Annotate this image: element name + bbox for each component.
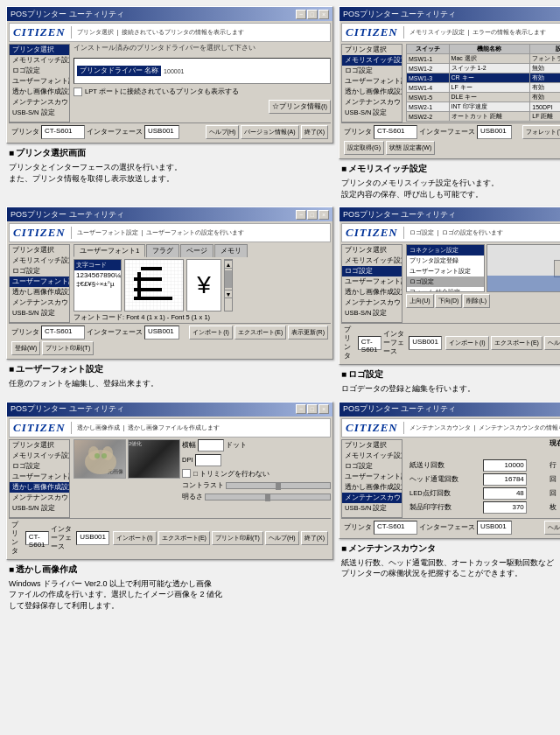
reset-btn[interactable]: フォレット(T)	[522, 125, 560, 139]
export-btn-logo[interactable]: エクスポート(E)	[491, 336, 542, 350]
nav-wm-font[interactable]: 透かし画像作成設定	[10, 287, 69, 298]
nav-maintenance[interactable]: メンテナンスカウンタ	[10, 97, 69, 108]
scroll-up[interactable]: ▲	[224, 260, 233, 269]
nav-wm-maint[interactable]: 透かし画像作成設定	[342, 482, 402, 493]
nav-usb-font[interactable]: USB-S/N 設定	[10, 308, 69, 318]
help-btn-maint[interactable]: ヘルプ(H)	[544, 521, 560, 535]
logo-list-item4[interactable]: フォーム 結合設定	[407, 287, 484, 292]
print-btn-font[interactable]: プリント印刷(T)	[42, 341, 94, 355]
nav-ms-logo[interactable]: メモリスイッチ設定	[342, 256, 402, 266]
tab-memory[interactable]: メモリ	[214, 244, 248, 257]
table-row[interactable]: MSW1-2スイッチ 1-2無効無効	[406, 64, 560, 74]
nav-mc-logo[interactable]: メンテナンスカウンタ	[342, 298, 402, 308]
min-btn-font[interactable]: −	[296, 210, 306, 220]
nav-wm-logo[interactable]: 透かし画像作成設定	[342, 287, 402, 298]
install-checkbox[interactable]	[74, 88, 82, 96]
help-btn[interactable]: ヘルプ(H)	[206, 125, 240, 139]
table-row[interactable]: MSW1-1Mac 選択フォントラインフォントライン	[406, 54, 560, 64]
nav-user-font[interactable]: ユーザーフォント設定	[10, 76, 69, 87]
contrast-thumb[interactable]	[276, 483, 281, 490]
table-row[interactable]: MSW2-1INT 印字速度150DPI150DPI	[406, 102, 560, 112]
nav-usb[interactable]: USB-S/N 設定	[10, 108, 69, 118]
nav-uf-maint[interactable]: ユーザーフォント設定	[342, 472, 402, 482]
max-btn-font[interactable]: □	[307, 210, 318, 220]
max-btn-wm[interactable]: □	[307, 404, 318, 414]
nav-ps-maint[interactable]: プリンタ選択	[342, 440, 402, 451]
import-btn-font[interactable]: インポート(I)	[189, 326, 233, 340]
counter-input-2[interactable]: 48	[483, 487, 527, 500]
nav-ms-maint[interactable]: メモリスイッチ設定	[342, 451, 402, 461]
nav-memory-switch[interactable]: メモリスイッチ設定	[10, 55, 69, 66]
counter-input-0[interactable]: 10000	[483, 459, 527, 472]
maximize-btn[interactable]: □	[307, 10, 318, 19]
nav-usb-logo[interactable]: USB-S/N 設定	[342, 308, 402, 318]
scroll-down[interactable]: ▼	[224, 290, 233, 298]
nav-logo[interactable]: ロゴ設定	[10, 66, 69, 76]
nav-mc-maint[interactable]: メンテナンスカウンタ	[342, 493, 402, 503]
logo-list-item2[interactable]: ユーザーフォント設定	[407, 266, 484, 276]
nav-logo-logo[interactable]: ロゴ設定	[342, 266, 402, 276]
wm-trim-row[interactable]: □ トリミングを行わない	[182, 469, 331, 479]
tab-page[interactable]: ページ	[180, 244, 214, 257]
wm-dpi-input[interactable]	[195, 454, 221, 466]
nav-uf-logo[interactable]: ユーザーフォント設定	[342, 276, 402, 287]
contrast-slider[interactable]	[226, 482, 331, 489]
nav-logo-maint[interactable]: ロゴ設定	[342, 461, 402, 472]
exit-btn-wm[interactable]: 終了(X)	[301, 531, 328, 545]
nav-usb-wm[interactable]: USB-S/N 設定	[10, 503, 69, 514]
logo-up-btn[interactable]: 上向(U)	[406, 294, 434, 308]
close-btn-font[interactable]: ×	[318, 210, 329, 220]
help-btn-logo[interactable]: ヘルプ(H)	[544, 336, 560, 350]
nav-ms-wm[interactable]: メモリスイッチ設定	[10, 451, 69, 461]
table-row[interactable]: MSW1-4LF キー有効有効	[406, 83, 560, 93]
get-settings-btn[interactable]: 設定取得(G)	[344, 141, 384, 155]
logo-down-btn[interactable]: 下向(D)	[435, 294, 463, 308]
minimize-btn[interactable]: −	[296, 10, 306, 19]
printer-list-item[interactable]: プリンタドライバー 名称	[77, 66, 161, 76]
nav-printer-select[interactable]: プリンタ選択	[10, 45, 69, 55]
write-settings-btn[interactable]: 状態 設定書(W)	[386, 141, 435, 155]
window-controls-font[interactable]: − □ ×	[296, 210, 329, 220]
nav-ps-wm[interactable]: プリンタ選択	[10, 440, 69, 451]
nav-usb-maint[interactable]: USB-S/N 設定	[342, 503, 402, 514]
nav-ps-logo[interactable]: プリンタ選択	[342, 245, 402, 256]
nav-mc-wm[interactable]: メンテナンスカウンタ	[10, 493, 69, 503]
scroll-thumb[interactable]	[225, 270, 232, 288]
register-btn-font[interactable]: 登録(W)	[11, 341, 40, 355]
font-grid-editor[interactable]	[124, 259, 184, 312]
font-scrollbar[interactable]: ▲ ▼	[224, 259, 233, 312]
nav-logo-wm[interactable]: ロゴ設定	[10, 461, 69, 472]
nav-uf-wm[interactable]: ユーザーフォント設定	[10, 472, 69, 482]
import-btn-logo[interactable]: インポート(I)	[445, 336, 489, 350]
help-btn-wm[interactable]: ヘルプ(H)	[265, 531, 299, 545]
nav-watermark[interactable]: 透かし画像作成設定	[10, 87, 69, 97]
nav-logo-mem[interactable]: ロゴ設定	[342, 66, 402, 76]
nav-uf-mem[interactable]: ユーザーフォント設定	[342, 76, 402, 87]
table-row[interactable]: MSW2-2オートカット 距離LF 距離LF 距離	[406, 112, 560, 122]
exit-btn[interactable]: 終了(X)	[301, 125, 328, 139]
tab-font1[interactable]: ユーザーフォント1	[74, 244, 145, 257]
logo-list-item1[interactable]: プリンタ設定登録	[407, 256, 484, 266]
close-btn-wm[interactable]: ×	[318, 404, 329, 414]
logo-list[interactable]: コネクション設定 プリンタ設定登録 ユーザーフォント設定 ロゴ設定 フォーム 結…	[406, 244, 485, 292]
wm-width-input[interactable]	[198, 439, 224, 452]
nav-logo-font[interactable]: ロゴ設定	[10, 266, 69, 276]
nav-mc-mem[interactable]: メンテナンスカウンタ	[342, 97, 402, 108]
print-btn-wm[interactable]: プリント印刷(T)	[212, 531, 263, 545]
export-btn-font[interactable]: エクスポート(E)	[234, 326, 286, 340]
nav-ms-mem[interactable]: メモリスイッチ設定	[342, 55, 402, 66]
logo-list-item3[interactable]: ロゴ設定	[407, 276, 484, 287]
nav-ms-font[interactable]: メモリスイッチ設定	[10, 256, 69, 266]
font-tabs[interactable]: ユーザーフォント1 フラグ ページ メモリ	[74, 244, 331, 257]
import-btn-wm[interactable]: インポート(I)	[113, 531, 157, 545]
nav-wm-wm[interactable]: 透かし画像作成設定	[10, 482, 69, 493]
refresh-btn-font[interactable]: 表示更新(R)	[288, 326, 328, 340]
printer-list[interactable]: プリンタドライバー 名称 100001	[74, 58, 331, 84]
logo-list-item0[interactable]: コネクション設定	[407, 245, 484, 256]
nav-usb-mem[interactable]: USB-S/N 設定	[342, 108, 402, 118]
nav-wm-mem[interactable]: 透かし画像作成設定	[342, 87, 402, 97]
window-controls[interactable]: − □ ×	[296, 10, 329, 19]
counter-input-3[interactable]: 370	[483, 501, 527, 514]
nav-ps-mem[interactable]: プリンタ選択	[342, 45, 402, 55]
brightness-thumb[interactable]	[265, 494, 270, 501]
